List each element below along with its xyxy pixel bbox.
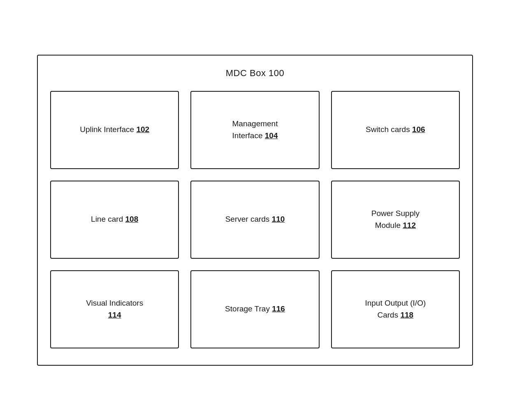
card-label-line-card: Line card 108 <box>91 213 138 225</box>
card-label-storage-tray: Storage Tray 116 <box>225 303 285 315</box>
card-number-storage-tray: 116 <box>272 304 285 313</box>
card-number-uplink-interface: 102 <box>136 125 149 134</box>
card-power-supply-module: Power SupplyModule 112 <box>331 181 460 259</box>
card-number-power-supply-module: 112 <box>403 221 416 230</box>
card-label-visual-indicators: Visual Indicators114 <box>86 297 143 321</box>
card-number-server-cards: 110 <box>272 215 285 223</box>
card-line-card: Line card 108 <box>50 181 179 259</box>
card-storage-tray: Storage Tray 116 <box>190 270 319 348</box>
card-switch-cards: Switch cards 106 <box>331 91 460 169</box>
card-visual-indicators: Visual Indicators114 <box>50 270 179 348</box>
card-number-visual-indicators: 114 <box>108 311 121 319</box>
card-number-line-card: 108 <box>125 215 139 223</box>
card-number-switch-cards: 106 <box>412 125 425 134</box>
card-label-management-interface: ManagementInterface 104 <box>232 118 278 142</box>
card-label-input-output-cards: Input Output (I/O)Cards 118 <box>365 297 426 321</box>
card-number-input-output-cards: 118 <box>400 311 413 319</box>
card-number-management-interface: 104 <box>265 131 278 140</box>
mdc-box: MDC Box 100 Uplink Interface 102 Managem… <box>37 55 473 366</box>
page-container: MDC Box 100 Uplink Interface 102 Managem… <box>29 17 481 404</box>
card-uplink-interface: Uplink Interface 102 <box>50 91 179 169</box>
cards-grid: Uplink Interface 102 ManagementInterface… <box>50 91 460 348</box>
card-label-server-cards: Server cards 110 <box>225 213 285 225</box>
card-label-uplink-interface: Uplink Interface 102 <box>80 124 149 136</box>
card-label-power-supply-module: Power SupplyModule 112 <box>371 208 420 231</box>
mdc-box-title: MDC Box 100 <box>50 68 460 79</box>
card-label-switch-cards: Switch cards 106 <box>366 124 425 136</box>
card-input-output-cards: Input Output (I/O)Cards 118 <box>331 270 460 348</box>
card-server-cards: Server cards 110 <box>190 181 319 259</box>
card-management-interface: ManagementInterface 104 <box>190 91 319 169</box>
